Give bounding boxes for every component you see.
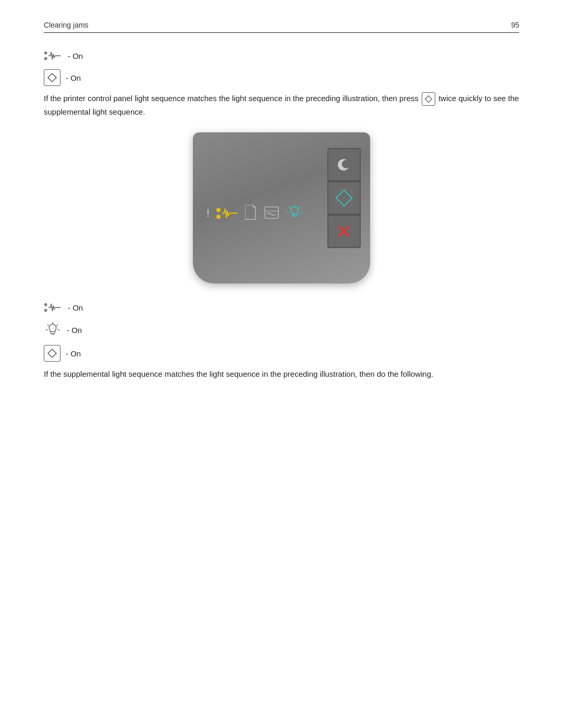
svg-marker-29 xyxy=(48,349,56,357)
printer-panel: ! xyxy=(193,132,370,283)
panel-bulb-icon xyxy=(286,204,303,223)
page-header: Clearing jams 95 xyxy=(44,21,519,33)
printer-panel-container: ! xyxy=(44,132,519,283)
svg-point-0 xyxy=(44,52,47,54)
indicator-row-3: - On xyxy=(44,300,519,315)
svg-line-12 xyxy=(289,207,290,208)
section1-description: If the printer control panel light seque… xyxy=(44,92,519,118)
svg-marker-2 xyxy=(48,73,56,82)
svg-rect-7 xyxy=(265,207,278,218)
svg-point-21 xyxy=(44,309,47,312)
panel-exclaim-icon: ! xyxy=(206,206,210,220)
attention-light-icon-1 xyxy=(44,48,63,63)
indicator-3-label: - On xyxy=(68,303,83,312)
description-text-1: If the printer control panel light seque… xyxy=(44,94,419,103)
svg-line-10 xyxy=(299,207,300,208)
panel-page-icon xyxy=(245,205,258,222)
svg-rect-16 xyxy=(336,190,352,206)
svg-rect-14 xyxy=(292,214,297,216)
panel-left-icons: ! xyxy=(202,204,303,223)
svg-line-23 xyxy=(57,325,58,326)
indicator-row-4: - On xyxy=(44,321,519,339)
header-page-number: 95 xyxy=(511,21,519,29)
indicator-row-2: - On xyxy=(44,69,519,86)
attention-light-icon-2 xyxy=(44,300,63,315)
panel-go-button xyxy=(327,181,361,215)
header-title: Clearing jams xyxy=(44,21,89,29)
svg-point-5 xyxy=(216,215,221,219)
svg-line-25 xyxy=(47,325,49,326)
page: Clearing jams 95 - On - On If the printe… xyxy=(0,0,563,401)
indicator-2-label: - On xyxy=(66,73,81,82)
panel-dots-wave-icon xyxy=(216,205,239,221)
svg-point-4 xyxy=(216,208,221,212)
svg-marker-3 xyxy=(425,96,432,103)
indicator-5-label: - On xyxy=(66,349,81,358)
inline-go-button-icon xyxy=(422,92,435,106)
indicator-row-5: - On xyxy=(44,345,519,362)
indicator-1-label: - On xyxy=(68,52,83,60)
svg-point-20 xyxy=(44,303,47,306)
svg-point-1 xyxy=(44,57,47,60)
panel-toner-icon xyxy=(264,205,279,222)
indicator-row-1: - On xyxy=(44,48,519,63)
panel-cancel-button xyxy=(327,215,361,248)
go-button-icon-1 xyxy=(44,69,60,86)
panel-sleep-button xyxy=(327,148,361,181)
final-description: If the supplemental light sequence match… xyxy=(44,368,519,380)
panel-right-buttons xyxy=(327,148,361,248)
indicator-4-label: - On xyxy=(67,326,82,335)
bulb-light-icon xyxy=(44,321,62,339)
go-button-icon-2 xyxy=(44,345,60,362)
